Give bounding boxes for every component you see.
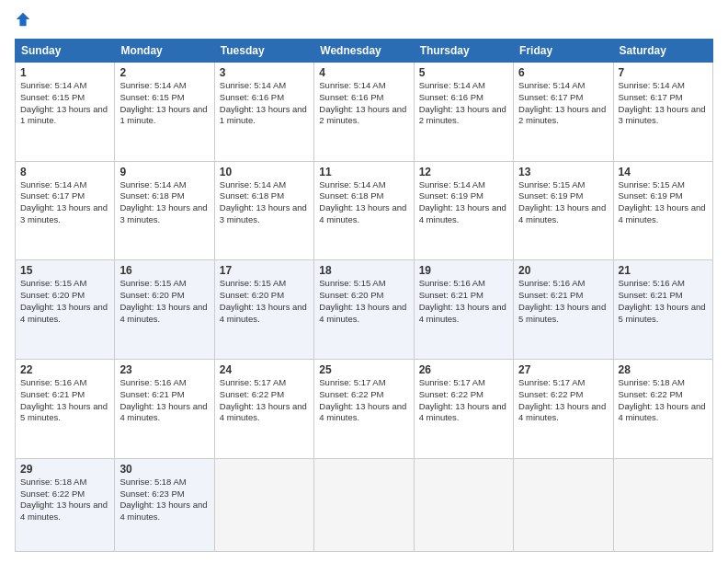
table-row: 13Sunrise: 5:15 AMSunset: 6:19 PMDayligh… [514, 161, 613, 260]
cell-info: Sunrise: 5:15 AMSunset: 6:19 PMDaylight:… [518, 179, 608, 226]
cell-info: Sunrise: 5:18 AMSunset: 6:22 PMDaylight:… [20, 477, 109, 523]
table-row: 12Sunrise: 5:14 AMSunset: 6:19 PMDayligh… [414, 161, 513, 260]
cell-day-number: 28 [619, 363, 708, 376]
cell-day-number: 6 [518, 66, 608, 79]
table-row: 11Sunrise: 5:14 AMSunset: 6:18 PMDayligh… [314, 161, 414, 260]
table-row: 1Sunrise: 5:14 AMSunset: 6:15 PMDaylight… [16, 63, 115, 162]
cell-info: Sunrise: 5:17 AMSunset: 6:22 PMDaylight:… [419, 377, 508, 424]
logo [15, 11, 33, 31]
logo-icon [15, 11, 31, 28]
cell-info: Sunrise: 5:14 AMSunset: 6:18 PMDaylight:… [220, 179, 309, 226]
table-row: 28Sunrise: 5:18 AMSunset: 6:22 PMDayligh… [613, 360, 712, 459]
table-row: 4Sunrise: 5:14 AMSunset: 6:16 PMDaylight… [314, 63, 414, 162]
cell-day-number: 30 [119, 463, 209, 476]
cell-info: Sunrise: 5:16 AMSunset: 6:21 PMDaylight:… [119, 377, 209, 424]
svg-marker-0 [17, 13, 29, 26]
header-row: Sunday Monday Tuesday Wednesday Thursday… [16, 40, 713, 63]
table-row [514, 458, 613, 551]
table-row: 8Sunrise: 5:14 AMSunset: 6:17 PMDaylight… [16, 161, 115, 260]
cell-info: Sunrise: 5:14 AMSunset: 6:16 PMDaylight:… [319, 80, 408, 127]
table-row: 16Sunrise: 5:15 AMSunset: 6:20 PMDayligh… [115, 260, 214, 360]
col-friday: Friday [514, 40, 613, 63]
cell-day-number: 5 [419, 66, 508, 79]
calendar-row: 1Sunrise: 5:14 AMSunset: 6:15 PMDaylight… [16, 63, 713, 162]
table-row: 26Sunrise: 5:17 AMSunset: 6:22 PMDayligh… [414, 360, 513, 459]
cell-day-number: 9 [119, 166, 209, 178]
cell-info: Sunrise: 5:17 AMSunset: 6:22 PMDaylight:… [518, 377, 608, 424]
cell-day-number: 29 [20, 463, 109, 476]
table-row: 17Sunrise: 5:15 AMSunset: 6:20 PMDayligh… [214, 260, 313, 360]
cell-day-number: 3 [220, 66, 309, 79]
cell-info: Sunrise: 5:14 AMSunset: 6:15 PMDaylight:… [20, 80, 109, 127]
table-row: 6Sunrise: 5:14 AMSunset: 6:17 PMDaylight… [514, 63, 613, 162]
calendar-row: 8Sunrise: 5:14 AMSunset: 6:17 PMDaylight… [16, 161, 713, 260]
cell-info: Sunrise: 5:17 AMSunset: 6:22 PMDaylight:… [220, 377, 309, 424]
cell-info: Sunrise: 5:16 AMSunset: 6:21 PMDaylight:… [20, 377, 109, 424]
cell-day-number: 1 [20, 66, 109, 79]
table-row: 21Sunrise: 5:16 AMSunset: 6:21 PMDayligh… [613, 260, 712, 360]
cell-day-number: 27 [518, 363, 608, 376]
table-row: 3Sunrise: 5:14 AMSunset: 6:16 PMDaylight… [214, 63, 313, 162]
cell-info: Sunrise: 5:16 AMSunset: 6:21 PMDaylight:… [419, 278, 508, 325]
cell-info: Sunrise: 5:15 AMSunset: 6:20 PMDaylight:… [319, 278, 408, 325]
table-row: 19Sunrise: 5:16 AMSunset: 6:21 PMDayligh… [414, 260, 513, 360]
cell-info: Sunrise: 5:14 AMSunset: 6:15 PMDaylight:… [119, 80, 209, 127]
table-row: 2Sunrise: 5:14 AMSunset: 6:15 PMDaylight… [115, 63, 214, 162]
col-thursday: Thursday [414, 40, 513, 63]
table-row: 9Sunrise: 5:14 AMSunset: 6:18 PMDaylight… [115, 161, 214, 260]
cell-info: Sunrise: 5:15 AMSunset: 6:20 PMDaylight:… [220, 278, 309, 325]
calendar-table: Sunday Monday Tuesday Wednesday Thursday… [15, 39, 713, 552]
cell-info: Sunrise: 5:14 AMSunset: 6:19 PMDaylight:… [419, 179, 508, 226]
cell-day-number: 24 [220, 363, 309, 376]
cell-day-number: 21 [619, 264, 708, 277]
cell-info: Sunrise: 5:17 AMSunset: 6:22 PMDaylight:… [319, 377, 408, 424]
cell-day-number: 4 [319, 66, 408, 79]
cell-day-number: 20 [518, 264, 608, 277]
table-row: 30Sunrise: 5:18 AMSunset: 6:23 PMDayligh… [115, 458, 214, 551]
cell-day-number: 23 [119, 363, 209, 376]
cell-info: Sunrise: 5:14 AMSunset: 6:18 PMDaylight:… [119, 179, 209, 226]
cell-day-number: 19 [419, 264, 508, 277]
cell-info: Sunrise: 5:15 AMSunset: 6:19 PMDaylight:… [619, 179, 708, 226]
col-wednesday: Wednesday [314, 40, 414, 63]
table-row: 10Sunrise: 5:14 AMSunset: 6:18 PMDayligh… [214, 161, 313, 260]
table-row: 29Sunrise: 5:18 AMSunset: 6:22 PMDayligh… [16, 458, 115, 551]
cell-info: Sunrise: 5:16 AMSunset: 6:21 PMDaylight:… [619, 278, 708, 325]
cell-info: Sunrise: 5:14 AMSunset: 6:16 PMDaylight:… [419, 80, 508, 127]
table-row: 15Sunrise: 5:15 AMSunset: 6:20 PMDayligh… [16, 260, 115, 360]
cell-day-number: 16 [119, 264, 209, 277]
cell-info: Sunrise: 5:14 AMSunset: 6:17 PMDaylight:… [619, 80, 708, 127]
col-sunday: Sunday [16, 40, 115, 63]
table-row [314, 458, 414, 551]
table-row: 5Sunrise: 5:14 AMSunset: 6:16 PMDaylight… [414, 63, 513, 162]
cell-info: Sunrise: 5:14 AMSunset: 6:17 PMDaylight:… [518, 80, 608, 127]
table-row: 20Sunrise: 5:16 AMSunset: 6:21 PMDayligh… [514, 260, 613, 360]
table-row [414, 458, 513, 551]
cell-day-number: 14 [619, 166, 708, 178]
table-row: 24Sunrise: 5:17 AMSunset: 6:22 PMDayligh… [214, 360, 313, 459]
cell-day-number: 8 [20, 166, 109, 178]
table-row: 25Sunrise: 5:17 AMSunset: 6:22 PMDayligh… [314, 360, 414, 459]
calendar-row: 15Sunrise: 5:15 AMSunset: 6:20 PMDayligh… [16, 260, 713, 360]
table-row: 7Sunrise: 5:14 AMSunset: 6:17 PMDaylight… [613, 63, 712, 162]
cell-info: Sunrise: 5:15 AMSunset: 6:20 PMDaylight:… [20, 278, 109, 325]
cell-day-number: 12 [419, 166, 508, 178]
page: Sunday Monday Tuesday Wednesday Thursday… [0, 0, 728, 563]
cell-info: Sunrise: 5:18 AMSunset: 6:23 PMDaylight:… [119, 477, 209, 523]
cell-day-number: 26 [419, 363, 508, 376]
calendar-row: 22Sunrise: 5:16 AMSunset: 6:21 PMDayligh… [16, 360, 713, 459]
col-tuesday: Tuesday [214, 40, 313, 63]
col-saturday: Saturday [613, 40, 712, 63]
cell-info: Sunrise: 5:16 AMSunset: 6:21 PMDaylight:… [518, 278, 608, 325]
col-monday: Monday [115, 40, 214, 63]
cell-day-number: 22 [20, 363, 109, 376]
cell-info: Sunrise: 5:14 AMSunset: 6:17 PMDaylight:… [20, 179, 109, 226]
cell-info: Sunrise: 5:14 AMSunset: 6:18 PMDaylight:… [319, 179, 408, 226]
header [15, 11, 713, 31]
cell-day-number: 18 [319, 264, 408, 277]
cell-day-number: 2 [119, 66, 209, 79]
table-row: 18Sunrise: 5:15 AMSunset: 6:20 PMDayligh… [314, 260, 414, 360]
cell-day-number: 10 [220, 166, 309, 178]
table-row [214, 458, 313, 551]
table-row [613, 458, 712, 551]
